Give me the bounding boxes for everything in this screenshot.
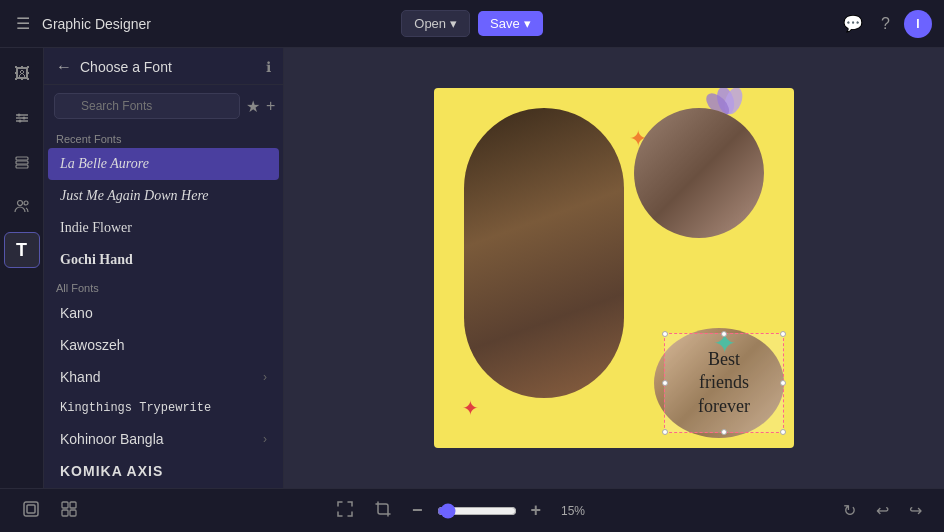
sidebar-item-layers[interactable] <box>4 144 40 180</box>
bottom-toolbar-center: − + 15% <box>330 496 591 526</box>
menu-icon[interactable]: ☰ <box>12 10 34 37</box>
text-box[interactable]: Bestfriendsforever <box>664 333 784 433</box>
submenu-arrow: › <box>263 432 267 446</box>
undo-button[interactable]: ↩ <box>870 497 895 524</box>
submenu-arrow: › <box>263 370 267 384</box>
open-chevron: ▾ <box>450 16 457 31</box>
font-name: Khand <box>60 369 100 385</box>
svg-rect-16 <box>62 502 68 508</box>
zoom-slider[interactable] <box>437 503 517 519</box>
photo-tall-blob <box>464 108 624 398</box>
zoom-in-button[interactable]: + <box>525 496 548 525</box>
sidebar-item-people[interactable] <box>4 188 40 224</box>
topbar-left: ☰ Graphic Designer <box>12 10 319 37</box>
all-fonts-label: All Fonts <box>44 276 283 297</box>
font-name: Kano <box>60 305 93 321</box>
save-chevron: ▾ <box>524 16 531 31</box>
topbar-center: Open ▾ Save ▾ <box>319 10 626 37</box>
font-panel-header: ← Choose a Font ℹ <box>44 48 283 85</box>
save-label: Save <box>490 16 520 31</box>
font-name: Gochi Hand <box>60 252 133 268</box>
comment-button[interactable]: 💬 <box>839 10 867 37</box>
svg-rect-19 <box>70 510 76 516</box>
handle-tm[interactable] <box>721 331 727 337</box>
zoom-out-button[interactable]: − <box>406 496 429 525</box>
svg-point-10 <box>24 201 28 205</box>
font-name: Kawoszeh <box>60 337 125 353</box>
font-panel-title: Choose a Font <box>80 59 258 75</box>
handle-ml[interactable] <box>662 380 668 386</box>
svg-point-4 <box>22 117 25 120</box>
canvas-frame[interactable]: ✦ ✦ ✦ <box>434 88 794 448</box>
handle-bl[interactable] <box>662 429 668 435</box>
svg-rect-15 <box>27 505 35 513</box>
open-label: Open <box>414 16 446 31</box>
back-button[interactable]: ← <box>56 58 72 76</box>
zoom-level: 15% <box>555 504 591 518</box>
redo-button[interactable]: ↪ <box>903 497 928 524</box>
rotate-button[interactable]: ↻ <box>837 497 862 524</box>
grid-toggle-button[interactable] <box>54 496 84 526</box>
bottom-toolbar: − + 15% ↻ ↩ ↪ <box>0 488 944 532</box>
svg-point-9 <box>17 201 22 206</box>
recent-fonts-label: Recent Fonts <box>44 127 283 148</box>
font-item-khand[interactable]: Khand › <box>48 361 279 393</box>
sidebar-item-filters[interactable] <box>4 100 40 136</box>
bottom-toolbar-right: ↻ ↩ ↪ <box>837 497 928 524</box>
font-name: La Belle Aurore <box>60 156 149 172</box>
font-list: Recent Fonts La Belle Aurore Just Me Aga… <box>44 127 283 488</box>
info-button[interactable]: ℹ <box>266 59 271 75</box>
favorites-button[interactable]: ★ <box>246 97 260 116</box>
font-item-komika-axis[interactable]: KOMIKA AXIS <box>48 455 279 487</box>
handle-bm[interactable] <box>721 429 727 435</box>
app-title: Graphic Designer <box>42 16 151 32</box>
topbar: ☰ Graphic Designer Open ▾ Save ▾ 💬 ? I <box>0 0 944 48</box>
handle-tl[interactable] <box>662 331 668 337</box>
star-red: ✦ <box>462 396 479 420</box>
sidebar-item-images[interactable]: 🖼 <box>4 56 40 92</box>
avatar[interactable]: I <box>904 10 932 38</box>
search-row: 🔍 ★ + <box>44 85 283 127</box>
svg-rect-6 <box>16 157 28 160</box>
font-item-kohinoor-bangla[interactable]: Kohinoor Bangla › <box>48 423 279 455</box>
font-name: Kingthings Trypewrite <box>60 401 211 415</box>
search-input[interactable] <box>54 93 240 119</box>
font-item-kawoszeh[interactable]: Kawoszeh <box>48 329 279 361</box>
text-box-handles <box>665 334 783 432</box>
font-item-gochi-hand[interactable]: Gochi Hand <box>48 244 279 276</box>
canvas-area: ✦ ✦ ✦ <box>284 48 944 488</box>
handle-mr[interactable] <box>780 380 786 386</box>
svg-rect-7 <box>16 161 28 164</box>
svg-rect-17 <box>70 502 76 508</box>
icon-sidebar: 🖼 T <box>0 48 44 488</box>
main: 🖼 T <box>0 48 944 488</box>
photo-circle-blob <box>634 108 764 238</box>
font-item-kano[interactable]: Kano <box>48 297 279 329</box>
font-item-kingthings[interactable]: Kingthings Trypewrite <box>48 393 279 423</box>
font-item-just-me-again[interactable]: Just Me Again Down Here <box>48 180 279 212</box>
font-name: Indie Flower <box>60 220 132 236</box>
topbar-right: 💬 ? I <box>625 10 932 38</box>
save-button[interactable]: Save ▾ <box>478 11 543 36</box>
font-panel: ← Choose a Font ℹ 🔍 ★ + Recent Fonts La … <box>44 48 284 488</box>
layers-toggle-button[interactable] <box>16 496 46 526</box>
svg-rect-8 <box>16 165 28 168</box>
font-name: Just Me Again Down Here <box>60 188 209 204</box>
sidebar-item-text[interactable]: T <box>4 232 40 268</box>
search-wrapper: 🔍 <box>54 93 240 119</box>
bottom-toolbar-left <box>16 496 84 526</box>
add-font-button[interactable]: + <box>266 97 275 115</box>
crop-button[interactable] <box>368 496 398 526</box>
font-item-indie-flower[interactable]: Indie Flower <box>48 212 279 244</box>
font-name: KOMIKA AXIS <box>60 463 163 479</box>
open-button[interactable]: Open ▾ <box>401 10 470 37</box>
svg-point-3 <box>17 114 20 117</box>
font-item-la-belle-aurore-recent[interactable]: La Belle Aurore <box>48 148 279 180</box>
handle-br[interactable] <box>780 429 786 435</box>
svg-rect-18 <box>62 510 68 516</box>
handle-tr[interactable] <box>780 331 786 337</box>
svg-rect-14 <box>24 502 38 516</box>
fit-to-screen-button[interactable] <box>330 496 360 526</box>
help-button[interactable]: ? <box>877 11 894 37</box>
svg-point-5 <box>18 120 21 123</box>
